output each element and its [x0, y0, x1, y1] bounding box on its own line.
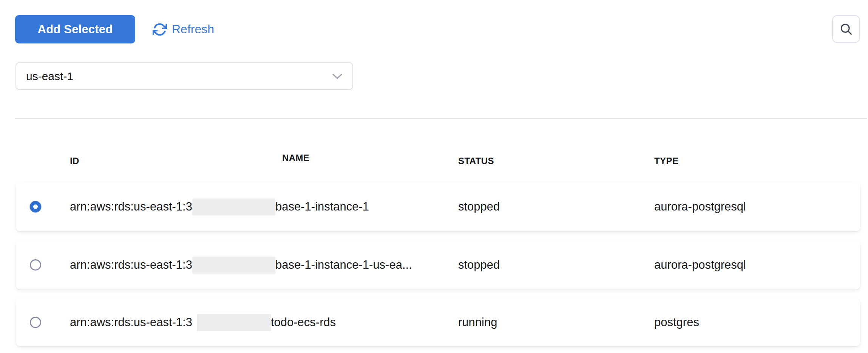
table-row[interactable]: arn:aws:rds:us-east-1:3base-1-instance-1…	[16, 240, 860, 290]
chevron-down-icon	[332, 73, 343, 79]
redacted-text-box	[192, 198, 275, 215]
refresh-button[interactable]: Refresh	[150, 15, 217, 43]
refresh-label: Refresh	[172, 22, 214, 36]
region-select[interactable]: us-east-1	[15, 62, 353, 90]
status-cell: stopped	[458, 258, 654, 272]
id-prefix: arn:aws:rds:us-east-1:3	[70, 316, 192, 329]
id-suffix: todo-ecs-rds	[271, 316, 336, 329]
status-cell: running	[458, 316, 654, 329]
table-header: ID STATUS TYPE	[16, 153, 860, 169]
type-cell: aurora-postgresql	[654, 200, 860, 214]
add-selected-button[interactable]: Add Selected	[15, 15, 135, 43]
search-button[interactable]	[832, 15, 860, 43]
divider	[15, 118, 867, 119]
refresh-icon	[153, 22, 167, 37]
column-header-type: TYPE	[654, 156, 860, 166]
table-row[interactable]: arn:aws:rds:us-east-1:3todo-ecs-rds runn…	[16, 299, 860, 346]
region-select-value: us-east-1	[26, 70, 73, 83]
table-row[interactable]: arn:aws:rds:us-east-1:3base-1-instance-1…	[16, 182, 860, 231]
column-header-name: NAME	[282, 153, 433, 169]
id-prefix: arn:aws:rds:us-east-1:3	[70, 258, 192, 272]
id-suffix: base-1-instance-1-us-ea...	[275, 258, 412, 272]
id-prefix: arn:aws:rds:us-east-1:3	[70, 200, 192, 214]
redacted-text-box	[197, 314, 271, 331]
type-cell: aurora-postgresql	[654, 258, 860, 272]
type-cell: postgres	[654, 316, 860, 329]
radio-unselected[interactable]	[30, 317, 41, 328]
column-header-status: STATUS	[458, 156, 654, 166]
search-icon	[839, 22, 853, 36]
status-cell: stopped	[458, 200, 654, 214]
radio-selected[interactable]	[30, 201, 41, 212]
radio-unselected[interactable]	[30, 259, 41, 271]
rds-instance-picker-page: Add Selected Refresh us-east-1	[0, 0, 868, 353]
redacted-text-box	[192, 257, 275, 274]
id-suffix: base-1-instance-1	[275, 200, 369, 214]
